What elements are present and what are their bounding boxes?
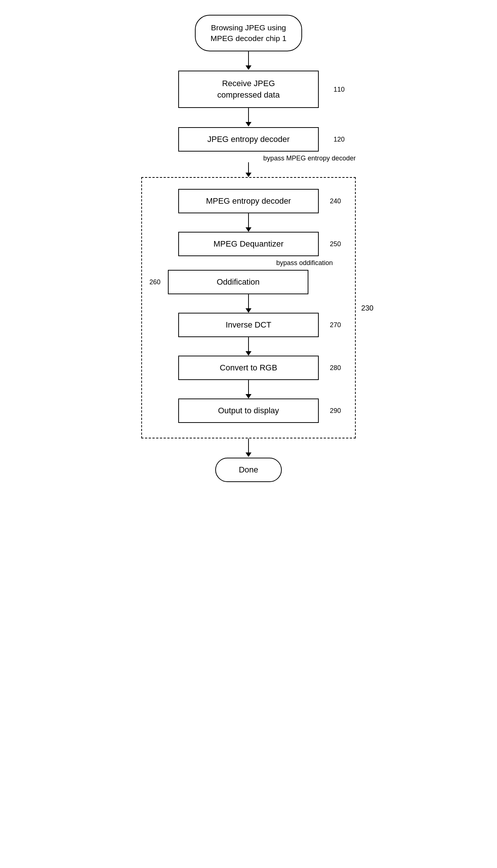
arrow-3 xyxy=(248,162,249,173)
node-260: Oddification xyxy=(168,270,308,294)
bypass-oddification-label: bypass oddification xyxy=(276,259,333,267)
flowchart: Browsing JPEG using MPEG decoder chip 1 … xyxy=(119,15,378,482)
node-290-id: 290 xyxy=(330,407,341,415)
arrow-5 xyxy=(248,294,249,309)
node-280-id: 280 xyxy=(330,364,341,372)
node-120: JPEG entropy decoder xyxy=(178,127,319,152)
start-node-wrapper: Browsing JPEG using MPEG decoder chip 1 xyxy=(195,15,302,51)
node-260-wrapper: 260 Oddification xyxy=(168,270,308,294)
dashed-region: 230 MPEG entropy decoder 240 MPEG Dequan… xyxy=(141,177,356,438)
node-240-wrapper: MPEG entropy decoder 240 xyxy=(178,189,319,213)
node-110-label: 110 xyxy=(334,85,345,93)
node-120-label: 120 xyxy=(334,136,345,143)
node-260-id: 260 xyxy=(149,278,160,286)
node-110-wrapper: Receive JPEG compressed data 110 xyxy=(178,71,319,108)
node-250-wrapper: MPEG Dequantizer 250 xyxy=(178,232,319,256)
arrow-8 xyxy=(248,438,249,453)
node-280: Convert to RGB xyxy=(178,356,319,380)
arrow-2 xyxy=(248,108,249,123)
end-node-wrapper: Done xyxy=(215,458,282,482)
bypass-mpeg-label: bypass MPEG entropy decoder xyxy=(263,155,356,162)
end-node: Done xyxy=(215,458,282,482)
node-290-wrapper: Output to display 290 xyxy=(178,399,319,423)
node-250-id: 250 xyxy=(330,240,341,248)
dashed-region-id: 230 xyxy=(361,304,373,312)
arrow-6 xyxy=(248,337,249,352)
arrow-1 xyxy=(248,51,249,66)
start-node: Browsing JPEG using MPEG decoder chip 1 xyxy=(195,15,302,51)
node-270-wrapper: Inverse DCT 270 xyxy=(178,313,319,337)
node-270-id: 270 xyxy=(330,321,341,329)
node-290: Output to display xyxy=(178,399,319,423)
arrow-7 xyxy=(248,380,249,395)
node-280-wrapper: Convert to RGB 280 xyxy=(178,356,319,380)
node-240: MPEG entropy decoder xyxy=(178,189,319,213)
node-240-id: 240 xyxy=(330,197,341,205)
node-120-wrapper: JPEG entropy decoder 120 xyxy=(178,127,319,152)
node-250: MPEG Dequantizer xyxy=(178,232,319,256)
arrow-4 xyxy=(248,213,249,228)
node-270: Inverse DCT xyxy=(178,313,319,337)
node-110: Receive JPEG compressed data xyxy=(178,71,319,108)
